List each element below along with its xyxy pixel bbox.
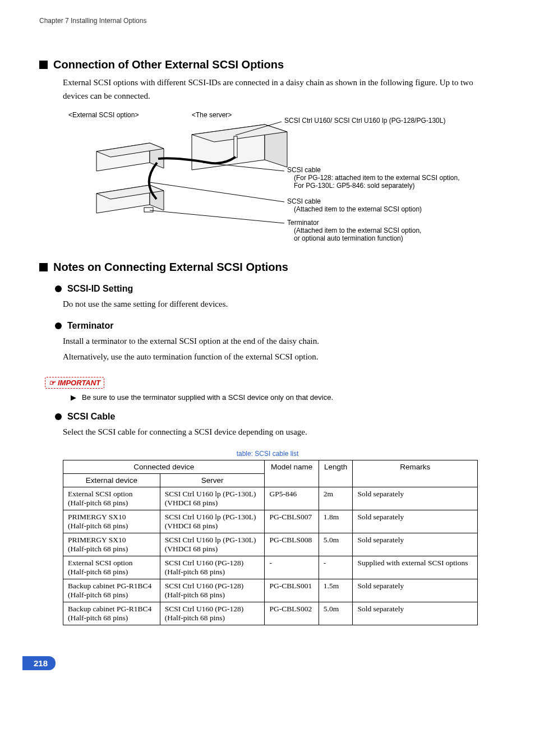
th-model: Model name <box>265 460 319 487</box>
subheading-text: SCSI-ID Setting <box>67 284 133 294</box>
table-cell: Sold separately <box>353 510 478 533</box>
table-cell: Sold separately <box>353 533 478 556</box>
table-cell: PG-CBLS002 <box>265 602 319 625</box>
diagram-scsi-daisy-chain: <External SCSI option> <The server> SCSI… <box>63 109 496 250</box>
table-row: PRIMERGY SX10(Half-pitch 68 pins)SCSI Ct… <box>63 533 478 556</box>
table-cell: 5.0m <box>319 533 353 556</box>
square-bullet-icon <box>39 61 48 69</box>
pointing-hand-icon: ☞ <box>49 379 56 387</box>
table-cell: 1.5m <box>319 579 353 602</box>
table-cell: Backup cabinet PG-R1BC4(Half-pitch 68 pi… <box>63 579 160 602</box>
section-heading-text: Connection of Other External SCSI Option… <box>53 58 284 71</box>
figure-cable1-title: SCSI cable <box>287 166 321 174</box>
figure-term-line1: (Attached item to the external SCSI opti… <box>294 227 421 234</box>
table-row: PRIMERGY SX10(Half-pitch 68 pins)SCSI Ct… <box>63 510 478 533</box>
subheading-scsi-cable: SCSI Cable <box>55 412 496 422</box>
th-remarks: Remarks <box>353 460 478 487</box>
table-cell: SCSI Ctrl U160 (PG-128)(Half-pitch 68 pi… <box>160 556 265 579</box>
table-cell: - <box>319 556 353 579</box>
table-caption: table: SCSI cable list <box>39 450 496 458</box>
svg-line-5 <box>150 210 284 223</box>
table-cell: 5.0m <box>319 602 353 625</box>
table-cell: SCSI Ctrl U160 (PG-128)(Half-pitch 68 pi… <box>160 579 265 602</box>
figure-label-ext-option: <External SCSI option> <box>68 111 139 119</box>
table-cell: Backup cabinet PG-R1BC4 (Half-pitch 68 p… <box>63 602 160 625</box>
page-number: 218 <box>22 656 56 670</box>
figure-cable1-line2: For PG-130L: GP5-846: sold separately) <box>294 182 414 190</box>
table-cell: SCSI Ctrl U160 lp (PG-130L)(VHDCI 68 pin… <box>160 487 265 510</box>
th-connected: Connected device <box>63 460 265 474</box>
important-badge: ☞ IMPORTANT <box>45 377 104 389</box>
subheading-terminator: Terminator <box>55 321 496 331</box>
table-cell: Supplied with external SCSI options <box>353 556 478 579</box>
svg-rect-0 <box>234 136 237 158</box>
table-cell: PRIMERGY SX10(Half-pitch 68 pins) <box>63 533 160 556</box>
table-cell: SCSI Ctrl U160 lp (PG-130L)(VHDCI 68 pin… <box>160 510 265 533</box>
figure-cable1-line1: (For PG-128: attached item to the extern… <box>294 174 459 182</box>
circle-bullet-icon <box>55 285 62 292</box>
figure-label-ctrl: SCSI Ctrl U160/ SCSI Ctrl U160 lp (PG-12… <box>284 117 445 125</box>
section1-paragraph: External SCSI options with different SCS… <box>63 76 496 103</box>
section-heading-connection: Connection of Other External SCSI Option… <box>39 58 496 71</box>
svg-rect-2 <box>144 208 153 212</box>
important-note: ▶ Be sure to use the terminator supplied… <box>71 393 496 402</box>
table-cell: SCSI Ctrl U160 (PG-128)(Half-pitch 68 pi… <box>160 602 265 625</box>
terminator-text2: Alternatively, use the auto termination … <box>63 350 496 363</box>
square-bullet-icon <box>39 263 48 271</box>
table-cell: Sold separately <box>353 602 478 625</box>
table-cell: - <box>265 556 319 579</box>
figure-cable2-title: SCSI cable <box>287 197 321 205</box>
important-note-text: Be sure to use the terminator supplied w… <box>82 393 333 402</box>
th-external: External device <box>63 474 160 487</box>
table-cell: PG-CBLS001 <box>265 579 319 602</box>
table-cell: 1.8m <box>319 510 353 533</box>
figure-term-line2: or optional auto termination function) <box>294 234 403 242</box>
circle-bullet-icon <box>55 413 62 420</box>
subheading-text: Terminator <box>67 321 113 331</box>
table-cell: Sold separately <box>353 579 478 602</box>
terminator-text1: Install a terminator to the external SCS… <box>63 334 496 348</box>
scsi-id-text: Do not use the same setting for differen… <box>63 297 496 311</box>
table-cell: PRIMERGY SX10(Half-pitch 68 pins) <box>63 510 160 533</box>
section-heading-notes: Notes on Connecting External SCSI Option… <box>39 261 496 274</box>
table-cell: 2m <box>319 487 353 510</box>
circle-bullet-icon <box>55 322 62 329</box>
table-row: External SCSI option(Half-pitch 68 pins)… <box>63 556 478 579</box>
table-cell: PG-CBLS008 <box>265 533 319 556</box>
table-cell: Sold separately <box>353 487 478 510</box>
figure-cable2-line1: (Attached item to the external SCSI opti… <box>294 205 422 213</box>
chapter-header: Chapter 7 Installing Internal Options <box>39 17 496 25</box>
table-row: External SCSI option(Half-pitch 68 pins)… <box>63 487 478 510</box>
table-cell: PG-CBLS007 <box>265 510 319 533</box>
svg-line-4 <box>150 182 284 202</box>
figure-label-server: <The server> <box>192 111 232 119</box>
table-cell: SCSI Ctrl U160 lp (PG-130L)(VHDCI 68 pin… <box>160 533 265 556</box>
table-cell: External SCSI option(Half-pitch 68 pins) <box>63 556 160 579</box>
table-cell: GP5-846 <box>265 487 319 510</box>
table-cell: External SCSI option(Half-pitch 68 pins) <box>63 487 160 510</box>
section-heading-text: Notes on Connecting External SCSI Option… <box>53 261 288 274</box>
triangle-right-icon: ▶ <box>71 393 76 402</box>
scsi-cable-table: Connected device Model name Length Remar… <box>63 460 478 625</box>
figure-term-title: Terminator <box>287 219 319 227</box>
subheading-scsi-id: SCSI-ID Setting <box>55 284 496 294</box>
table-row: Backup cabinet PG-R1BC4 (Half-pitch 68 p… <box>63 602 478 625</box>
important-label: IMPORTANT <box>58 379 100 387</box>
th-length: Length <box>319 460 353 487</box>
scsi-cable-text: Select the SCSI cable for connecting a S… <box>63 425 496 439</box>
th-server: Server <box>160 474 265 487</box>
subheading-text: SCSI Cable <box>67 412 115 422</box>
table-row: Backup cabinet PG-R1BC4(Half-pitch 68 pi… <box>63 579 478 602</box>
